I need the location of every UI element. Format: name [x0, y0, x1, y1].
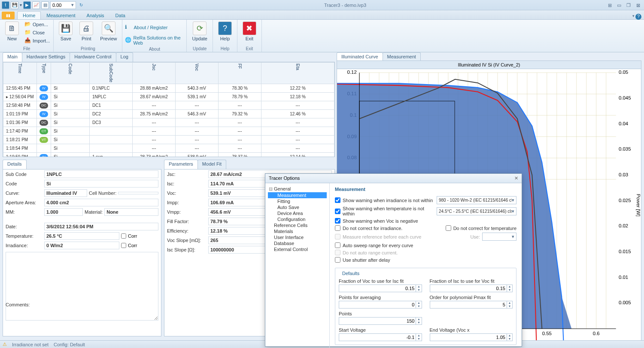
dialog-titlebar[interactable]: Tracer Options ✕	[265, 174, 522, 183]
chk-auto-sweep[interactable]	[335, 242, 340, 248]
combo-use[interactable]: ▾	[482, 233, 516, 241]
irr-corr-check[interactable]	[121, 243, 126, 248]
col-time[interactable]: Time	[3, 63, 37, 84]
aperture-field[interactable]: 4.000 cm2	[44, 199, 158, 206]
ribbon-tab-measurement[interactable]: Measurement	[41, 11, 81, 19]
chk-shutter[interactable]	[335, 257, 340, 263]
maximize-button[interactable]: ❐	[624, 2, 633, 9]
table-row[interactable]: 1:01:36 PMDCSiDC3------------	[3, 118, 334, 127]
chk-nc-temp[interactable]	[446, 225, 451, 231]
tree-fitting[interactable]: Fitting	[268, 198, 327, 204]
tree-measurement[interactable]: Measurement	[268, 192, 327, 198]
tree-reference-cells[interactable]: Reference Cells	[268, 222, 327, 228]
tree-user-interface[interactable]: User Interface	[268, 234, 327, 240]
spin-frac-voc[interactable]: ▲▼	[339, 284, 422, 292]
ribbon-tab-home[interactable]: Home	[17, 11, 41, 19]
col-code[interactable]: Code	[51, 63, 90, 84]
code-field[interactable]: Si	[44, 180, 158, 188]
tree-configuration[interactable]: Configuration	[268, 216, 327, 222]
col-jsc[interactable]: Jsc	[133, 63, 176, 84]
close-button[interactable]: 📁Close	[23, 29, 51, 36]
temp-corr-check[interactable]	[121, 233, 126, 239]
chk-warn-irr[interactable]	[335, 197, 340, 203]
spin-pts-avg[interactable]: ▲▼	[339, 301, 422, 309]
qat-value-combo[interactable]: 0.00▾	[50, 1, 76, 9]
col-voc[interactable]: Voc	[176, 63, 219, 84]
close-window-button[interactable]: ⊠	[634, 2, 642, 9]
cellnum-field[interactable]	[118, 192, 158, 194]
combo-temp[interactable]: 24.5°C - 25.5°C (IEC 61215/61646) cls A+…	[437, 207, 516, 215]
qat-play-icon[interactable]: ▶	[23, 1, 31, 9]
table-row[interactable]: 1:01:19 PMIVSiDC228.75 mA/cm2546.3 mV79.…	[3, 110, 334, 118]
chk-warn-temp[interactable]	[335, 209, 340, 214]
ribbon-minimize-icon[interactable]: ▾	[632, 14, 635, 18]
tab-parameters[interactable]: Parameters	[164, 160, 198, 169]
spin-points[interactable]: ▲▼	[339, 317, 422, 325]
preview-button[interactable]: 🔍Preview	[97, 21, 119, 42]
col-type[interactable]: Type	[37, 63, 51, 84]
tree-external-control[interactable]: External Control	[268, 246, 327, 252]
qat-refresh-icon[interactable]: ↻	[77, 1, 85, 9]
tree-materials[interactable]: Materials	[268, 228, 327, 234]
qat-doc-icon[interactable]: ▤	[41, 1, 49, 9]
ribbon-tab-analysis[interactable]: Analysis	[81, 11, 110, 19]
table-row[interactable]: 1:17:40 PMCTSi------------	[3, 127, 334, 136]
measurement-table[interactable]: TimeTypeCodeSubCodeJscVocFFEta 12:55:45 …	[3, 62, 334, 157]
tab-illuminated-curve[interactable]: Illuminated Curve	[337, 52, 383, 61]
subcode-field[interactable]: 1NPLC	[44, 170, 158, 178]
exit-button[interactable]: ✖Exit	[240, 21, 259, 42]
spin-poly[interactable]: ▲▼	[430, 301, 513, 309]
table-row[interactable]: 1:18:54 PMSi------------	[3, 144, 334, 153]
table-row[interactable]: ▸ 12:56:04 PMIVSi1NPLC28.67 mA/cm2539.1 …	[3, 93, 334, 101]
table-row[interactable]: 1:19:59 PMIVSi1 sun28.73 mA/cm2538.9 mV7…	[3, 153, 334, 157]
curve-field[interactable]: Illuminated IV	[44, 189, 87, 197]
file-tab[interactable]: ▮▮	[2, 12, 15, 19]
irr-field[interactable]: 0 W/m2	[44, 242, 119, 249]
col-subcode[interactable]: SubCode	[90, 63, 133, 84]
help-button[interactable]: ?Help	[216, 21, 234, 42]
date-field[interactable]: 3/6/2012 12:56:04 PM	[44, 223, 158, 230]
tab-details[interactable]: Details	[3, 160, 27, 169]
tree-auto-save[interactable]: Auto Save	[268, 204, 327, 210]
col-ff[interactable]: FF	[219, 63, 261, 84]
table-row[interactable]: 12:58:48 PMDCSiDC1------------	[3, 101, 334, 110]
spin-frac-isc[interactable]: ▲▼	[430, 284, 513, 292]
combo-irr[interactable]: 980 - 1020 Wm-2 (IEC 61215/61646 cls A)▾	[437, 196, 516, 204]
tree-database[interactable]: Database	[268, 240, 327, 246]
tab-model-fit[interactable]: Model Fit	[197, 160, 226, 169]
comments-textarea[interactable]	[6, 252, 158, 321]
mm-field[interactable]: 1.000	[44, 208, 83, 216]
spin-end-v[interactable]: ▲▼	[430, 333, 513, 341]
qat-save-icon[interactable]: 💾	[11, 1, 18, 9]
save-button[interactable]: 💾Save	[56, 21, 75, 42]
minimize-button[interactable]: ▭	[615, 2, 623, 9]
chk-nc-irr[interactable]	[335, 225, 340, 231]
tree-general[interactable]: General	[268, 186, 327, 192]
win-layout-icon[interactable]: ⊞	[605, 2, 614, 9]
new-button[interactable]: 🗎New	[3, 21, 21, 42]
temp-field[interactable]: 26.5 °C	[44, 232, 119, 240]
print-button[interactable]: 🖨Print	[77, 21, 96, 42]
about-link[interactable]: ℹAbout / Register	[125, 23, 167, 32]
tab-hw-control[interactable]: Hardware Control	[70, 52, 116, 62]
ribbon-help-icon[interactable]: ?	[635, 14, 641, 20]
ribbon-tab-data[interactable]: Data	[110, 11, 131, 19]
col-eta[interactable]: Eta	[261, 63, 334, 84]
chk-warn-voc[interactable]	[335, 218, 340, 224]
qat-chart-icon[interactable]: 📈	[32, 1, 40, 9]
table-row[interactable]: 12:55:45 PMIVSi0.1NPLC28.88 mA/cm2540.3 …	[3, 84, 334, 93]
tab-log[interactable]: Log	[116, 52, 133, 62]
tab-hw-settings[interactable]: Hardware Settings	[22, 52, 70, 62]
spin-start-v[interactable]: ▲▼	[339, 333, 422, 341]
tree-device-area[interactable]: Device Area	[268, 210, 327, 216]
table-row[interactable]: 1:18:21 PMVTSi------------	[3, 136, 334, 144]
update-button[interactable]: ⟳Update	[189, 21, 210, 42]
web-link[interactable]: 🌐ReRa Solutions on the Web	[125, 34, 184, 46]
material-field[interactable]: None	[104, 208, 158, 216]
dialog-close-icon[interactable]: ✕	[514, 176, 518, 181]
import-button[interactable]: 📥Import...	[23, 37, 51, 45]
open-button[interactable]: 📂Open...	[23, 21, 51, 28]
app-icon[interactable]: t	[2, 1, 9, 9]
tab-measurement-chart[interactable]: Measurement	[383, 52, 421, 61]
tab-main[interactable]: Main	[3, 52, 22, 62]
